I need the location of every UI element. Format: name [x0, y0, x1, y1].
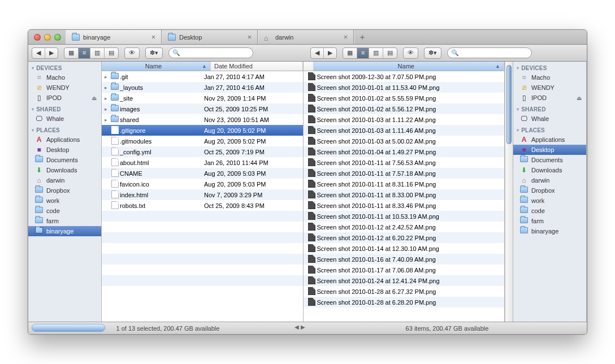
sidebar-item-documents[interactable]: Documents — [513, 155, 586, 165]
tab-desktop[interactable]: Desktop × — [162, 30, 258, 44]
sidebar-section-header[interactable]: DEVICES — [28, 62, 101, 72]
file-row[interactable]: Screen shot 2010-01-24 at 12.41.24 PM.pn… — [304, 275, 505, 286]
file-row[interactable]: Screen shot 2010-01-01 at 11.53.40 PM.pn… — [304, 82, 505, 93]
sidebar-item-binaryage[interactable]: binaryage — [513, 226, 586, 236]
view-list-button[interactable]: ≡ — [357, 48, 369, 58]
tab-darwin[interactable]: darwin × — [258, 30, 354, 44]
sidebar-section-header[interactable]: PLACES — [513, 124, 586, 135]
file-row[interactable]: Screen shot 2010-01-11 at 10.53.19 AM.pn… — [304, 211, 505, 222]
file-row[interactable]: Screen shot 2010-01-02 at 5.56.12 PM.png — [304, 103, 505, 114]
disclosure-triangle[interactable]: ▸ — [102, 85, 110, 90]
sidebar-item-documents[interactable]: Documents — [28, 155, 101, 165]
view-icon-button[interactable]: ▦ — [343, 48, 357, 58]
sidebar-section-header[interactable]: DEVICES — [513, 62, 586, 72]
sidebar-item-applications[interactable]: AApplications — [28, 135, 101, 145]
view-icon-button[interactable]: ▦ — [64, 48, 79, 58]
file-rows[interactable]: Screen shot 2009-12-30 at 7.07.50 PM.png… — [304, 71, 505, 322]
sidebar-section-header[interactable]: SHARED — [28, 103, 101, 114]
sidebar-item-darwin[interactable]: ⌂darwin — [28, 175, 101, 185]
close-icon[interactable]: × — [248, 33, 252, 41]
search-input[interactable] — [183, 50, 249, 57]
file-row[interactable]: Screen shot 2010-01-03 at 1.11.46 AM.png — [304, 125, 505, 136]
file-row[interactable]: index.htmlNov 7, 2009 3:29 PM — [102, 189, 303, 200]
sidebar-section-header[interactable]: PLACES — [28, 124, 101, 135]
sidebar-item-dropbox[interactable]: Dropbox — [513, 185, 586, 196]
sidebar-item-ipod[interactable]: ▯IPOD⏏ — [28, 93, 101, 103]
close-icon[interactable]: × — [151, 33, 155, 41]
close-button[interactable] — [34, 34, 41, 41]
add-tab-button[interactable]: ＋ — [354, 30, 370, 44]
minimize-button[interactable] — [44, 34, 51, 41]
file-row[interactable]: Screen shot 2010-01-14 at 12.30.10 AM.pn… — [304, 243, 505, 254]
file-row[interactable]: ▸sharedNov 23, 2009 10:51 AM — [102, 114, 303, 125]
disclosure-triangle[interactable]: ▸ — [102, 74, 110, 80]
column-name[interactable]: Name ▲ — [102, 62, 211, 71]
file-row[interactable]: .gitmodulesAug 20, 2009 5:02 PM — [102, 136, 303, 146]
sidebar-item-work[interactable]: work — [28, 196, 101, 206]
scroll-arrows[interactable]: ◀▶ — [294, 324, 305, 330]
forward-button[interactable]: ▶ — [45, 48, 58, 58]
file-row[interactable]: Screen shot 2010-01-11 at 7.56.53 AM.png — [304, 157, 505, 168]
sidebar-item-code[interactable]: code — [28, 206, 101, 216]
file-row[interactable]: Screen shot 2010-01-12 at 6.20.22 PM.png — [304, 232, 505, 243]
file-row[interactable]: ▸imagesOct 25, 2009 10:25 PM — [102, 103, 303, 114]
view-column-button[interactable]: ▥ — [90, 48, 105, 58]
action-menu-button[interactable]: ✽▾ — [145, 47, 163, 59]
close-icon[interactable]: × — [344, 33, 348, 41]
view-coverflow-button[interactable]: ▤ — [383, 48, 397, 58]
sidebar-item-downloads[interactable]: ⬇Downloads — [28, 165, 101, 175]
sidebar-item-whale[interactable]: 🖵Whale — [513, 114, 586, 124]
file-row[interactable]: Screen shot 2010-01-11 at 7.57.18 AM.png — [304, 168, 505, 179]
file-row[interactable]: Screen shot 2010-01-16 at 7.40.09 AM.png — [304, 254, 505, 265]
file-row[interactable]: Screen shot 2010-01-11 at 8.33.46 PM.png — [304, 200, 505, 211]
sidebar-item-darwin[interactable]: ⌂darwin — [513, 175, 586, 185]
file-row[interactable]: Screen shot 2010-01-04 at 1.49.27 PM.png — [304, 146, 505, 157]
file-row[interactable]: Screen shot 2010-01-28 at 6.28.20 PM.png — [304, 297, 505, 307]
file-row[interactable]: ▸_layoutsJan 27, 2010 4:16 AM — [102, 82, 303, 93]
quicklook-button[interactable]: 👁 — [403, 47, 418, 59]
search-field-right[interactable]: 🔍 — [447, 47, 532, 58]
sidebar-item-desktop[interactable]: ■Desktop — [28, 145, 101, 155]
file-row[interactable]: favicon.icoAug 20, 2009 5:03 PM — [102, 179, 303, 189]
back-button[interactable]: ◀ — [311, 48, 324, 58]
file-row[interactable]: ▸_siteNov 29, 2009 1:14 PM — [102, 93, 303, 103]
sidebar-section-header[interactable]: SHARED — [513, 103, 586, 114]
file-row[interactable]: Screen shot 2010-01-11 at 8.31.16 PM.png — [304, 179, 505, 189]
back-button[interactable]: ◀ — [32, 48, 45, 58]
file-row[interactable]: about.htmlJan 26, 2010 11:44 PM — [102, 157, 303, 168]
file-row[interactable]: Screen shot 2010-01-28 at 6.27.32 PM.png — [304, 286, 505, 297]
eject-icon[interactable]: ⏏ — [577, 95, 582, 101]
column-name[interactable]: Name ▲ — [314, 62, 505, 71]
sidebar-item-downloads[interactable]: ⬇Downloads — [513, 165, 586, 175]
sidebar-item-work[interactable]: work — [513, 196, 586, 206]
sidebar-item-wendy[interactable]: ⎚WENDY — [513, 83, 586, 93]
zoom-button[interactable] — [54, 34, 61, 41]
eject-icon[interactable]: ⏏ — [92, 95, 97, 101]
column-date-modified[interactable]: Date Modified — [211, 62, 303, 71]
scrollbar-horizontal-thumb[interactable] — [32, 324, 105, 332]
sidebar-item-farm[interactable]: farm — [513, 216, 586, 226]
file-row[interactable]: ▸.gitJan 27, 2010 4:17 AM — [102, 71, 303, 82]
sidebar-item-farm[interactable]: farm — [28, 216, 101, 226]
sidebar-item-binaryage[interactable]: binaryage — [28, 226, 101, 236]
file-row[interactable]: Screen shot 2010-01-03 at 1.11.22 AM.png — [304, 114, 505, 125]
view-list-button[interactable]: ≡ — [79, 48, 90, 58]
search-input[interactable] — [461, 50, 528, 57]
view-column-button[interactable]: ▥ — [369, 48, 383, 58]
sidebar-item-wendy[interactable]: ⎚WENDY — [28, 83, 101, 93]
file-row[interactable]: Screen shot 2009-12-30 at 7.07.50 PM.png — [304, 71, 505, 82]
scrollbar-vertical[interactable] — [505, 62, 513, 322]
forward-button[interactable]: ▶ — [324, 48, 336, 58]
sidebar-item-applications[interactable]: AApplications — [513, 135, 586, 145]
file-row[interactable]: .gitignoreAug 20, 2009 5:02 PM — [102, 125, 303, 136]
file-row[interactable]: Screen shot 2010-01-03 at 5.00.02 AM.png — [304, 136, 505, 146]
file-rows[interactable]: ▸.gitJan 27, 2010 4:17 AM▸_layoutsJan 27… — [102, 71, 303, 322]
sidebar-item-macho[interactable]: ⌗Macho — [513, 72, 586, 83]
sidebar-item-code[interactable]: code — [513, 206, 586, 216]
file-row[interactable]: robots.txtOct 25, 2009 8:43 PM — [102, 200, 303, 211]
disclosure-triangle[interactable]: ▸ — [102, 106, 110, 112]
action-menu-button[interactable]: ✽▾ — [424, 47, 441, 59]
disclosure-triangle[interactable]: ▸ — [102, 117, 110, 123]
quicklook-button[interactable]: 👁 — [124, 47, 140, 59]
sidebar-item-macho[interactable]: ⌗Macho — [28, 72, 101, 83]
